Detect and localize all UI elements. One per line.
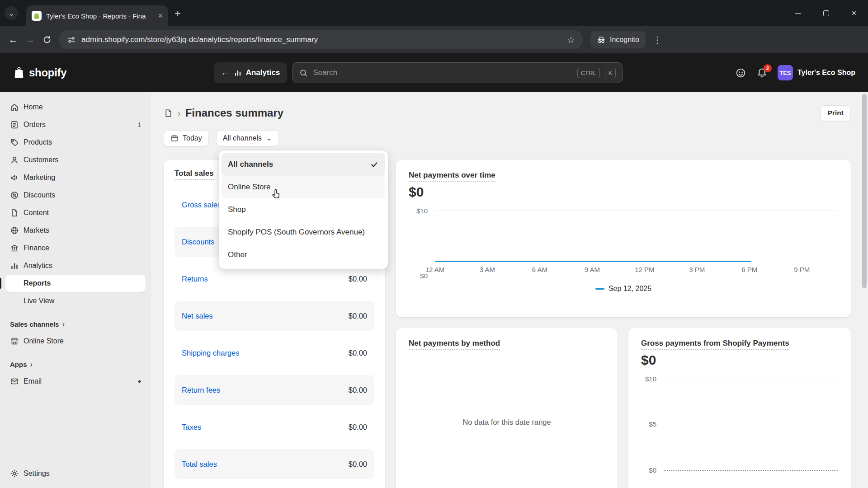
reload-button[interactable] — [42, 35, 52, 44]
y-tick-label: $10 — [416, 207, 428, 215]
sidebar-item-finance[interactable]: Finance — [5, 239, 146, 257]
menu-item-shop[interactable]: Shop — [222, 198, 385, 221]
gridline — [435, 211, 838, 211]
sidebar-item-products[interactable]: Products — [5, 134, 146, 151]
sidebar-item-online-store[interactable]: Online Store — [5, 333, 146, 350]
menu-item-other[interactable]: Other — [222, 244, 385, 266]
url-bar[interactable]: admin.shopify.com/store/jy63jq-dc/analyt… — [59, 30, 583, 49]
browser-menu-icon[interactable]: ⋮ — [653, 34, 662, 45]
back-arrow-icon: ← — [221, 68, 230, 78]
bookmark-star-icon[interactable]: ☆ — [567, 34, 575, 45]
orders-icon — [10, 120, 19, 129]
window-minimize-button[interactable] — [784, 0, 812, 26]
series-line — [435, 261, 751, 262]
row-link[interactable]: Taxes — [182, 423, 201, 432]
breadcrumb-separator: › — [178, 108, 181, 118]
y-tick-label: $10 — [645, 375, 656, 383]
gridline — [664, 424, 838, 424]
customers-icon — [10, 155, 19, 164]
print-button[interactable]: Print — [821, 105, 851, 121]
row-link[interactable]: Gross sales — [182, 201, 221, 209]
store-icon — [10, 337, 19, 346]
browser-toolbar: ← → admin.shopify.com/store/jy63jq-dc/an… — [0, 26, 868, 53]
avatar: TES — [778, 65, 793, 80]
window-close-button[interactable]: × — [840, 0, 868, 26]
date-filter-label: Today — [183, 134, 202, 142]
search-input[interactable] — [313, 68, 572, 77]
sidebar-item-live-view[interactable]: Live View — [5, 292, 146, 310]
menu-item-all-channels[interactable]: All channels — [222, 153, 385, 176]
sidebar-item-analytics[interactable]: Analytics — [5, 257, 146, 274]
sidebar-item-reports[interactable]: Reports — [5, 275, 146, 292]
analytics-back-button[interactable]: ← Analytics — [214, 62, 288, 83]
sidebar-item-email[interactable]: Email • — [5, 373, 146, 390]
shopify-topbar: shopify ← Analytics CTRL K 2 TES T — [0, 53, 868, 92]
chevron-right-icon: › — [62, 320, 65, 328]
home-icon — [10, 103, 19, 112]
window-maximize-button[interactable] — [812, 0, 840, 26]
row-link[interactable]: Total sales — [182, 460, 217, 469]
report-page-icon[interactable] — [164, 108, 173, 118]
sales-channels-header[interactable]: Sales channels › — [10, 320, 141, 328]
table-row-return-fees: Return fees $0.00 — [175, 375, 374, 405]
markets-icon — [10, 226, 19, 235]
row-link[interactable]: Return fees — [182, 386, 220, 394]
row-link[interactable]: Returns — [182, 275, 208, 283]
menu-item-online-store[interactable]: Online Store — [222, 176, 385, 198]
chevron-down-icon: ⌄ — [8, 9, 14, 18]
incognito-icon — [597, 35, 606, 44]
browser-tab[interactable]: Tyler's Eco Shop · Reports · Fina × — [26, 5, 168, 26]
calendar-icon — [170, 134, 179, 142]
incognito-badge: Incognito — [590, 31, 646, 48]
apps-header[interactable]: Apps › — [10, 361, 141, 368]
sidebar-item-content[interactable]: Content — [5, 204, 146, 221]
sidebar-item-label: Orders — [24, 121, 46, 129]
row-link[interactable]: Shipping charges — [182, 349, 240, 357]
gear-icon — [10, 469, 19, 478]
new-tab-button[interactable]: + — [175, 7, 181, 20]
net-payments-by-method-card: Net payments by method No data for this … — [396, 328, 618, 488]
sidebar-item-markets[interactable]: Markets — [5, 222, 146, 239]
sidebar-item-discounts[interactable]: Discounts — [5, 187, 146, 204]
empty-state-message: No data for this date range — [409, 418, 605, 427]
x-tick-label: 12 AM — [425, 266, 445, 273]
sidekick-icon[interactable] — [735, 67, 746, 79]
row-value: $0.00 — [349, 312, 367, 320]
sidebar-item-settings[interactable]: Settings — [5, 465, 146, 482]
date-filter-button[interactable]: Today — [164, 130, 209, 146]
section-label: Apps — [10, 361, 27, 368]
x-tick-label: 3 PM — [689, 266, 705, 273]
url-text: admin.shopify.com/store/jy63jq-dc/analyt… — [81, 35, 561, 44]
browser-forward-button[interactable]: → — [25, 34, 35, 46]
sidebar-item-customers[interactable]: Customers — [5, 151, 146, 169]
content-icon — [10, 208, 19, 217]
row-link[interactable]: Net sales — [182, 312, 213, 320]
vertical-scrollbar-thumb[interactable] — [862, 94, 867, 288]
sidebar-item-label: Live View — [24, 297, 54, 305]
global-search[interactable]: CTRL K — [292, 62, 623, 83]
sidebar-item-orders[interactable]: Orders 1 — [5, 116, 146, 133]
row-value: $0.00 — [349, 423, 367, 432]
row-link[interactable]: Discounts — [182, 238, 214, 246]
notifications-button[interactable]: 2 — [756, 67, 768, 79]
marketing-icon — [10, 173, 19, 182]
menu-item-label: Shopify POS (South Governors Avenue) — [228, 228, 365, 237]
analytics-icon — [10, 261, 19, 270]
browser-back-button[interactable]: ← — [8, 34, 18, 46]
sidebar-item-label: Marketing — [24, 174, 55, 182]
menu-item-shopify-pos[interactable]: Shopify POS (South Governors Avenue) — [222, 221, 385, 244]
tab-close-icon[interactable]: × — [158, 12, 163, 20]
sidebar-item-home[interactable]: Home — [5, 99, 146, 116]
x-tick-label: 12 PM — [635, 266, 654, 273]
shopify-wordmark: shopify — [29, 66, 66, 79]
zero-baseline-dotted — [664, 470, 838, 471]
channel-filter-button[interactable]: All channels ⌄ — [216, 130, 279, 146]
table-row-total-sales: Total sales $0.00 — [175, 449, 374, 479]
tab-search-button[interactable]: ⌄ — [5, 6, 18, 20]
site-controls-icon[interactable] — [67, 35, 76, 44]
sidebar-item-marketing[interactable]: Marketing — [5, 169, 146, 186]
ctrl-keycap: CTRL — [577, 68, 600, 78]
account-menu[interactable]: TES Tyler's Eco Shop — [778, 65, 855, 80]
menu-item-label: Other — [228, 250, 247, 259]
browser-titlebar: ⌄ Tyler's Eco Shop · Reports · Fina × + … — [0, 0, 868, 26]
